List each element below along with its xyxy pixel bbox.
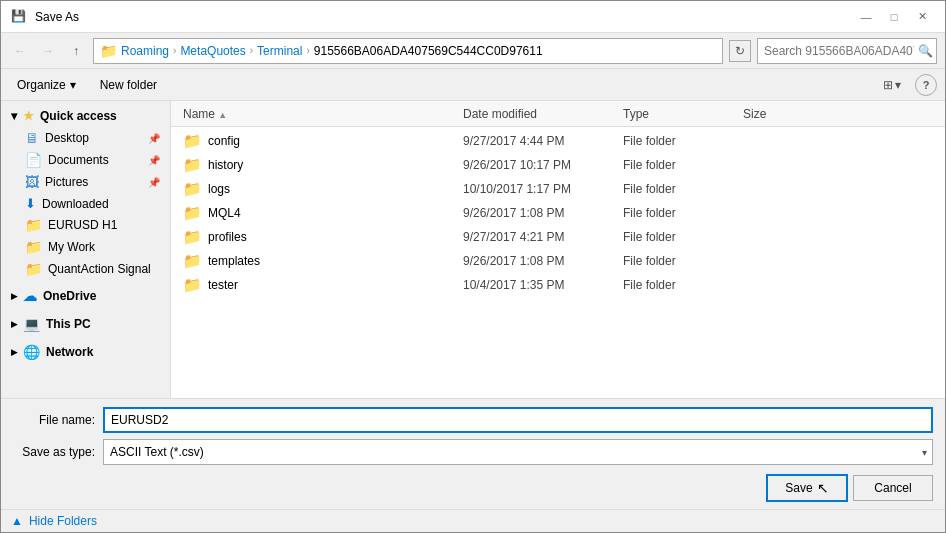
- pin-icon-pictures: 📌: [148, 177, 160, 188]
- desktop-icon: 🖥: [25, 130, 39, 146]
- filename-label: File name:: [13, 413, 103, 427]
- quick-access-header[interactable]: ▾ ★ Quick access: [1, 105, 170, 127]
- breadcrumb-roaming[interactable]: Roaming: [121, 44, 169, 58]
- search-input[interactable]: [764, 44, 914, 58]
- onedrive-header[interactable]: ▸ ☁ OneDrive: [1, 284, 170, 308]
- file-date-cell: 9/26/2017 1:08 PM: [459, 254, 619, 268]
- file-list: 📁 config 9/27/2017 4:44 PM File folder 📁…: [171, 127, 945, 398]
- file-date-cell: 9/26/2017 1:08 PM: [459, 206, 619, 220]
- sidebar-item-quantaction[interactable]: 📁 QuantAction Signal: [1, 258, 170, 280]
- col-header-size[interactable]: Size: [739, 107, 819, 121]
- sidebar-item-label-mywork: My Work: [48, 240, 95, 254]
- sort-arrow-name: ▲: [218, 110, 227, 120]
- hide-folders-chevron: ▲: [11, 514, 23, 528]
- title-bar-controls: — □ ✕: [853, 7, 935, 27]
- minimize-button[interactable]: —: [853, 7, 879, 27]
- close-button[interactable]: ✕: [909, 7, 935, 27]
- breadcrumb[interactable]: 📁 Roaming › MetaQuotes › Terminal › 9155…: [93, 38, 723, 64]
- thispc-header[interactable]: ▸ 💻 This PC: [1, 312, 170, 336]
- folder-icon: 📁: [183, 156, 202, 174]
- table-row[interactable]: 📁 profiles 9/27/2017 4:21 PM File folder: [171, 225, 945, 249]
- network-header[interactable]: ▸ 🌐 Network: [1, 340, 170, 364]
- new-folder-button[interactable]: New folder: [92, 73, 165, 97]
- col-header-name[interactable]: Name ▲: [179, 107, 459, 121]
- mywork-folder-icon: 📁: [25, 239, 42, 255]
- file-name: history: [208, 158, 243, 172]
- search-bar: 🔍: [757, 38, 937, 64]
- breadcrumb-terminal[interactable]: Terminal: [257, 44, 302, 58]
- content-area: Name ▲ Date modified Type Size 📁 config: [171, 101, 945, 398]
- sidebar-item-desktop[interactable]: 🖥 Desktop 📌: [1, 127, 170, 149]
- filename-input[interactable]: [103, 407, 933, 433]
- view-button[interactable]: ⊞ ▾: [877, 73, 907, 97]
- table-row[interactable]: 📁 config 9/27/2017 4:44 PM File folder: [171, 129, 945, 153]
- thispc-chevron: ▸: [11, 317, 17, 331]
- thispc-section: ▸ 💻 This PC: [1, 312, 170, 336]
- folder-icon: 📁: [183, 276, 202, 294]
- back-button[interactable]: ←: [9, 40, 31, 62]
- file-name-cell: 📁 templates: [179, 252, 459, 270]
- breadcrumb-metaquotes[interactable]: MetaQuotes: [180, 44, 245, 58]
- forward-button[interactable]: →: [37, 40, 59, 62]
- organize-button[interactable]: Organize ▾: [9, 73, 84, 97]
- hide-folders-bar[interactable]: ▲ Hide Folders: [1, 509, 945, 532]
- sidebar-item-downloaded[interactable]: ⬇ Downloaded: [1, 193, 170, 214]
- sidebar-item-label-eurusd: EURUSD H1: [48, 218, 117, 232]
- table-row[interactable]: 📁 templates 9/26/2017 1:08 PM File folde…: [171, 249, 945, 273]
- pin-icon-documents: 📌: [148, 155, 160, 166]
- address-toolbar: ← → ↑ 📁 Roaming › MetaQuotes › Terminal …: [1, 33, 945, 69]
- file-list-header: Name ▲ Date modified Type Size: [171, 101, 945, 127]
- sidebar-item-label-downloaded: Downloaded: [42, 197, 109, 211]
- pin-icon-desktop: 📌: [148, 133, 160, 144]
- title-bar-left: 💾 Save As: [11, 9, 79, 25]
- sidebar-item-eurusd[interactable]: 📁 EURUSD H1: [1, 214, 170, 236]
- refresh-button[interactable]: ↻: [729, 40, 751, 62]
- network-section: ▸ 🌐 Network: [1, 340, 170, 364]
- breadcrumb-sep2: ›: [250, 45, 253, 56]
- col-date-label: Date modified: [463, 107, 537, 121]
- file-type-cell: File folder: [619, 134, 739, 148]
- table-row[interactable]: 📁 tester 10/4/2017 1:35 PM File folder: [171, 273, 945, 297]
- cancel-button[interactable]: Cancel: [853, 475, 933, 501]
- filetype-select[interactable]: ASCII Text (*.csv): [103, 439, 933, 465]
- downloaded-icon: ⬇: [25, 196, 36, 211]
- folder-icon: 📁: [183, 180, 202, 198]
- save-button[interactable]: Save ↖: [767, 475, 847, 501]
- table-row[interactable]: 📁 logs 10/10/2017 1:17 PM File folder: [171, 177, 945, 201]
- organize-label: Organize: [17, 78, 66, 92]
- file-date-cell: 9/27/2017 4:44 PM: [459, 134, 619, 148]
- file-date-cell: 10/10/2017 1:17 PM: [459, 182, 619, 196]
- col-header-date[interactable]: Date modified: [459, 107, 619, 121]
- quick-access-section: ▾ ★ Quick access 🖥 Desktop 📌 📄 Documents…: [1, 105, 170, 280]
- file-name: MQL4: [208, 206, 241, 220]
- sidebar-item-pictures[interactable]: 🖼 Pictures 📌: [1, 171, 170, 193]
- save-as-dialog: 💾 Save As — □ ✕ ← → ↑ 📁 Roaming › MetaQu…: [0, 0, 946, 533]
- file-type-cell: File folder: [619, 206, 739, 220]
- file-name-cell: 📁 logs: [179, 180, 459, 198]
- table-row[interactable]: 📁 MQL4 9/26/2017 1:08 PM File folder: [171, 201, 945, 225]
- sidebar-item-label-quantaction: QuantAction Signal: [48, 262, 151, 276]
- dialog-icon: 💾: [11, 9, 27, 25]
- onedrive-section: ▸ ☁ OneDrive: [1, 284, 170, 308]
- up-button[interactable]: ↑: [65, 40, 87, 62]
- file-type-cell: File folder: [619, 158, 739, 172]
- save-label: Save: [785, 481, 812, 495]
- col-type-label: Type: [623, 107, 649, 121]
- button-row: Save ↖ Cancel: [13, 471, 933, 501]
- bottom-area: File name: Save as type: ASCII Text (*.c…: [1, 398, 945, 509]
- sidebar-item-documents[interactable]: 📄 Documents 📌: [1, 149, 170, 171]
- filename-input-wrapper: [103, 407, 933, 433]
- maximize-button[interactable]: □: [881, 7, 907, 27]
- folder-icon: 📁: [183, 204, 202, 222]
- table-row[interactable]: 📁 history 9/26/2017 10:17 PM File folder: [171, 153, 945, 177]
- col-header-type[interactable]: Type: [619, 107, 739, 121]
- breadcrumb-current: 915566BA06ADA407569C544CC0D97611: [314, 44, 543, 58]
- network-chevron: ▸: [11, 345, 17, 359]
- file-name: config: [208, 134, 240, 148]
- file-date-cell: 9/26/2017 10:17 PM: [459, 158, 619, 172]
- help-button[interactable]: ?: [915, 74, 937, 96]
- file-type-cell: File folder: [619, 278, 739, 292]
- quantaction-folder-icon: 📁: [25, 261, 42, 277]
- sidebar-item-mywork[interactable]: 📁 My Work: [1, 236, 170, 258]
- col-name-label: Name: [183, 107, 215, 121]
